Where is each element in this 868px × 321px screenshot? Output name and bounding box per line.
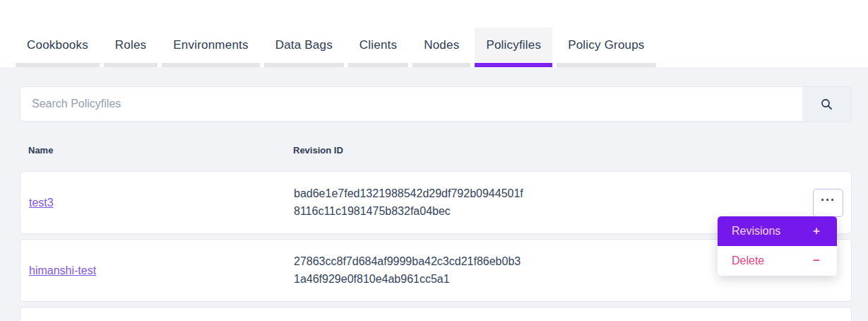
revision-id: bad6e1e7fed1321988542d29df792b0944501f81… [294, 185, 527, 221]
search-input[interactable] [20, 87, 802, 121]
row-context-menu: Revisions + Delete − [718, 216, 837, 276]
tab-label: Clients [359, 38, 397, 52]
name-cell: test3 [20, 197, 294, 209]
tab-cookbooks[interactable]: Cookbooks [16, 28, 100, 67]
tab-roles[interactable]: Roles [104, 28, 157, 67]
tab-label: Cookbooks [27, 38, 88, 52]
menu-item-delete[interactable]: Delete − [718, 246, 837, 276]
search-bar [20, 86, 852, 122]
content-area: Name Revision ID test3 bad6e1e7fed132198… [0, 67, 868, 321]
tab-policy-groups[interactable]: Policy Groups [557, 28, 655, 67]
search-icon [821, 98, 833, 110]
menu-item-revisions[interactable]: Revisions + [718, 216, 837, 246]
search-button[interactable] [802, 87, 851, 121]
revision-id: 27863cc8f7d684af9999ba42c3cd21f86eb0b31a… [294, 253, 527, 288]
more-actions-button[interactable]: ··· [813, 189, 843, 217]
menu-item-label: Delete [732, 255, 764, 267]
tab-label: Policy Groups [568, 38, 644, 52]
tab-clients[interactable]: Clients [348, 28, 408, 67]
revision-cell: bad6e1e7fed1321988542d29df792b0944501f81… [294, 185, 799, 221]
tab-nodes[interactable]: Nodes [412, 28, 470, 67]
actions-cell: ··· [799, 189, 851, 217]
name-cell: himanshi-test [20, 264, 294, 277]
policyfile-link[interactable]: test3 [29, 197, 54, 209]
tab-label: Roles [115, 38, 146, 52]
plus-icon: + [813, 224, 820, 238]
tab-bar: Cookbooks Roles Environments Data Bags C… [0, 0, 868, 67]
column-header-revision-id: Revision ID [293, 145, 852, 156]
menu-item-label: Revisions [732, 225, 780, 238]
tab-environments[interactable]: Environments [162, 28, 259, 67]
table-header: Name Revision ID [20, 144, 852, 156]
table-row-partial [20, 307, 852, 321]
tab-policyfiles[interactable]: Policyfiles [475, 28, 552, 67]
minus-icon: − [813, 254, 820, 268]
tab-data-bags[interactable]: Data Bags [264, 28, 344, 67]
column-header-name: Name [20, 145, 293, 156]
tab-label: Data Bags [275, 38, 333, 52]
policyfile-link[interactable]: himanshi-test [29, 264, 96, 276]
tab-label: Nodes [424, 38, 459, 52]
tab-label: Policyfiles [486, 38, 541, 52]
tab-label: Environments [173, 38, 248, 52]
